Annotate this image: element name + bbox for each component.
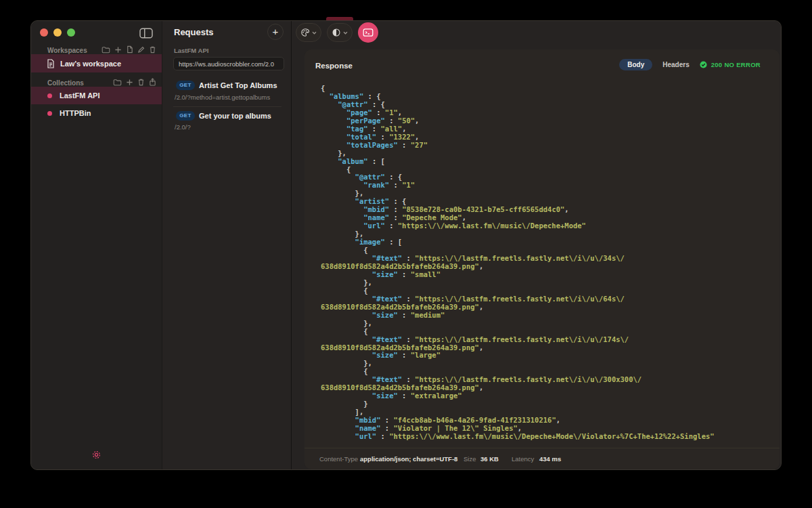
chevron-down-icon [343,31,348,35]
request-path: /2.0/?method=artist.gettopalbums [175,93,270,101]
sidebar-item-laws-workspace[interactable]: Law's workspace [31,54,162,72]
sidebar-item-httpbin[interactable]: HTTPBin [31,104,162,122]
size-value: 36 KB [480,448,499,469]
workspaces-label: Workspaces [47,47,87,54]
app-window: Workspaces Law's workspace Collections [30,20,782,470]
collections-header: Collections [31,78,162,87]
add-request-button[interactable]: + [267,24,284,40]
delete-collection-icon[interactable] [137,78,145,86]
share-icon[interactable] [149,78,156,86]
minimize-window-icon[interactable] [53,28,62,37]
settings-gear-icon[interactable] [91,450,102,463]
latency-label: Latency [512,448,534,469]
collection-dot-icon [47,93,52,98]
latency-value: 434 ms [539,448,561,469]
theme-dropdown-button[interactable] [296,23,321,42]
method-badge: GET [176,81,195,90]
divider [173,106,281,107]
collections-label: Collections [47,79,84,87]
response-tabs: Body Headers 200 NO ERROR [619,59,761,70]
appearance-dropdown-button[interactable] [327,23,353,42]
response-title: Response [315,62,353,70]
edit-icon[interactable] [137,46,145,54]
close-window-icon[interactable] [40,28,48,37]
status-text: 200 NO ERROR [711,61,761,68]
response-panel: Response Body Headers 200 NO ERROR { "al… [291,21,782,469]
screen: Workspaces Law's workspace Collections [0,0,812,508]
add-workspace-icon[interactable] [114,46,122,54]
zoom-window-icon[interactable] [67,28,75,37]
add-collection-icon[interactable] [126,79,133,86]
terminal-icon [363,28,374,37]
response-json[interactable]: { "albums" : { "@attr" : { "page" : "1",… [321,85,774,441]
chevron-down-icon [312,31,317,35]
tab-body[interactable]: Body [619,59,652,70]
method-badge: GET [176,111,195,121]
collection-label: LastFM API [60,91,100,100]
status-badge: 200 NO ERROR [700,61,761,68]
new-collection-folder-icon[interactable] [113,79,122,86]
request-path: /2.0/? [175,123,191,131]
base-url-input[interactable] [173,57,284,70]
request-name: Get your top albums [199,112,271,120]
size-label: Size [464,448,476,469]
requests-title: Requests [174,27,214,37]
requests-panel: Requests + LastFM API GET Artist Get Top… [162,21,291,469]
tab-headers[interactable]: Headers [662,61,689,68]
response-footer: Content-Type application/json; charset=U… [304,448,780,469]
traffic-lights [40,28,75,37]
sidebar-item-lastfm-api[interactable]: LastFM API [31,87,162,104]
content-type-label: Content-Type [319,448,358,469]
request-name: Artist Get Top Albums [199,81,277,89]
request-group-label: LastFM API [174,47,208,54]
document-icon [47,59,55,68]
console-button[interactable] [358,22,378,43]
delete-workspace-icon[interactable] [149,45,156,54]
response-card: Response Body Headers 200 NO ERROR { "al… [304,49,780,469]
sidebar: Workspaces Law's workspace Collections [31,21,162,469]
contrast-icon [332,28,341,37]
palette-icon [300,28,310,37]
content-type-value: application/json; charset=UTF-8 [360,448,457,469]
workspaces-header: Workspaces [31,45,162,55]
duplicate-icon[interactable] [126,45,133,54]
collection-label: HTTPBin [60,109,91,117]
check-seal-icon [700,61,707,68]
new-folder-icon[interactable] [102,46,110,54]
collection-dot-icon [47,111,52,116]
workspace-label: Law's workspace [60,60,121,68]
sidebar-toggle-icon[interactable] [139,27,154,39]
